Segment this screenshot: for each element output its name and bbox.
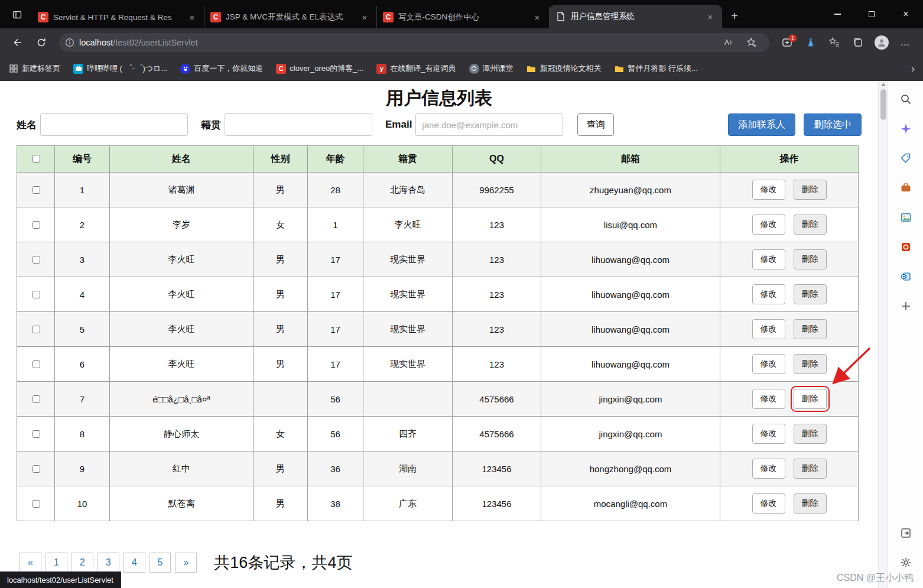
row-checkbox[interactable] xyxy=(32,430,40,438)
vertical-scrollbar[interactable] xyxy=(878,81,888,588)
bookmark-folder-covid[interactable]: 新冠疫情论文相关 xyxy=(526,63,602,74)
read-aloud-icon[interactable]: A xyxy=(718,33,738,52)
sidebar-add-icon[interactable] xyxy=(896,296,916,316)
delete-button[interactable]: 删除 xyxy=(794,354,827,374)
add-contact-button[interactable]: 添加联系人 xyxy=(728,113,795,136)
tab-close-icon[interactable]: × xyxy=(704,11,716,22)
back-icon[interactable] xyxy=(8,33,28,52)
row-checkbox[interactable] xyxy=(32,256,40,264)
bookmark-bilibili[interactable]: 哔哩哔哩 ( ゜-゜)つロ... xyxy=(73,63,167,74)
page-4-button[interactable]: 4 xyxy=(124,553,145,573)
bookmark-folder-poetry[interactable]: 暂伴月将影 行乐须... xyxy=(615,63,698,74)
sidebar-copilot-icon[interactable] xyxy=(896,119,916,139)
minimize-button[interactable] xyxy=(820,0,854,28)
delete-button-highlighted[interactable]: 删除 xyxy=(794,389,827,409)
bookmarks-overflow-icon[interactable]: › xyxy=(911,63,915,75)
scrollbar-thumb[interactable] xyxy=(880,89,886,120)
page-3-button[interactable]: 3 xyxy=(98,553,119,573)
cell-gender: 男 xyxy=(254,277,308,312)
query-button[interactable]: 查询 xyxy=(577,113,614,136)
delete-button[interactable]: 删除 xyxy=(794,459,827,479)
tab-csdn-editor[interactable]: C 写文章-CSDN创作中心 × xyxy=(377,6,550,28)
sidebar-office-icon[interactable] xyxy=(896,237,916,257)
bookmark-new-tab[interactable]: 新建标签页 xyxy=(8,63,60,74)
delete-button[interactable]: 删除 xyxy=(794,424,827,444)
tab-close-icon[interactable]: × xyxy=(359,11,370,23)
row-checkbox[interactable] xyxy=(32,395,40,403)
address-bar[interactable]: localhost/test02/userListServlet A xyxy=(59,33,769,52)
sidebar-settings-gear-icon[interactable] xyxy=(896,553,916,573)
page-1-button[interactable]: 1 xyxy=(46,553,67,573)
modify-button[interactable]: 修改 xyxy=(752,424,785,444)
cell-email: lisui@qq.com xyxy=(541,207,720,242)
bookmark-baidu[interactable]: 百度一下，你就知道 xyxy=(180,63,263,74)
favorite-add-icon[interactable] xyxy=(742,33,762,52)
sidebar-tools-icon[interactable] xyxy=(896,178,916,198)
modify-button[interactable]: 修改 xyxy=(752,354,785,374)
page-2-button[interactable]: 2 xyxy=(72,553,93,573)
modify-button[interactable]: 修改 xyxy=(752,284,785,304)
row-checkbox[interactable] xyxy=(32,221,40,229)
page-5-button[interactable]: 5 xyxy=(150,553,171,573)
tab-close-icon[interactable]: × xyxy=(531,11,543,23)
sidebar-image-tool-icon[interactable] xyxy=(896,207,916,228)
bookmark-youdao[interactable]: y 在线翻译_有道词典 xyxy=(376,63,456,74)
modify-button[interactable]: 修改 xyxy=(752,319,785,339)
delete-button[interactable]: 删除 xyxy=(794,284,827,304)
modify-button[interactable]: 修改 xyxy=(752,249,785,269)
modify-button[interactable]: 修改 xyxy=(752,180,785,200)
tab-servlet-http[interactable]: C Servlet & HTTP & Request & Res × xyxy=(32,6,204,28)
tab-actions-icon[interactable] xyxy=(7,6,27,24)
settings-more-icon[interactable]: … xyxy=(895,33,915,52)
row-checkbox[interactable] xyxy=(32,291,40,298)
profile-avatar[interactable] xyxy=(872,33,892,52)
delete-selected-button[interactable]: 删除选中 xyxy=(804,113,862,136)
maximize-button[interactable] xyxy=(854,0,889,28)
sidebar-outlook-icon[interactable] xyxy=(896,267,916,287)
sidebar-open-in-icon[interactable] xyxy=(896,523,916,543)
extension-icon[interactable] xyxy=(801,33,821,52)
cell-qq: 9962255 xyxy=(453,173,541,207)
sidebar-search-icon[interactable] xyxy=(896,89,916,109)
bookmark-csdn-blog[interactable]: C clover_oreo的博客_... xyxy=(276,63,363,74)
delete-button[interactable]: 删除 xyxy=(794,249,827,269)
refresh-icon[interactable] xyxy=(31,33,51,52)
scroll-up-icon[interactable] xyxy=(881,83,886,86)
table-row: 6 李火旺 男 17 现实世界 123 lihuowang@qq.com 修改删… xyxy=(17,347,859,382)
collections-icon[interactable] xyxy=(848,33,868,52)
row-checkbox[interactable] xyxy=(32,360,40,368)
select-all-checkbox[interactable] xyxy=(32,155,40,163)
row-checkbox[interactable] xyxy=(32,326,40,333)
row-checkbox[interactable] xyxy=(32,186,40,194)
tab-user-management-active[interactable]: 用户信息管理系统 × xyxy=(550,5,722,28)
page-prev-button[interactable]: « xyxy=(20,553,41,573)
row-checkbox[interactable] xyxy=(32,465,40,473)
browser-essentials-icon[interactable]: 1 xyxy=(777,33,797,52)
col-origin: 籍贯 xyxy=(363,146,453,173)
modify-button[interactable]: 修改 xyxy=(752,215,785,235)
origin-filter-input[interactable] xyxy=(225,113,372,136)
modify-button[interactable]: 修改 xyxy=(752,459,785,479)
sidebar-shopping-tag-icon[interactable] xyxy=(896,148,916,168)
cell-gender: 女 xyxy=(254,207,308,242)
email-filter-input[interactable] xyxy=(415,113,563,136)
name-filter-input[interactable] xyxy=(40,113,188,136)
delete-button[interactable]: 删除 xyxy=(794,215,827,235)
delete-button[interactable]: 删除 xyxy=(794,493,827,514)
row-checkbox[interactable] xyxy=(32,500,40,508)
delete-button[interactable]: 删除 xyxy=(794,319,827,339)
close-window-button[interactable]: × xyxy=(889,0,923,28)
cell-email: zhugeyuan@qq.com xyxy=(541,173,720,207)
modify-button[interactable]: 修改 xyxy=(752,493,785,514)
cell-qq: 123 xyxy=(453,347,541,382)
favorites-bar-icon[interactable] xyxy=(824,33,844,52)
page-next-button[interactable]: » xyxy=(175,553,197,573)
cell-email: lihuowang@qq.com xyxy=(541,277,720,312)
new-tab-button[interactable]: + xyxy=(726,7,743,25)
tab-close-icon[interactable]: × xyxy=(186,11,198,23)
modify-button[interactable]: 修改 xyxy=(752,389,785,409)
delete-button[interactable]: 删除 xyxy=(794,180,827,200)
tab-jsp-mvc[interactable]: C JSP & MVC开发模式 & EL表达式 × xyxy=(204,6,377,28)
bookmark-tanzhou[interactable]: 潭州课堂 xyxy=(469,63,514,74)
site-info-icon[interactable] xyxy=(65,38,74,47)
